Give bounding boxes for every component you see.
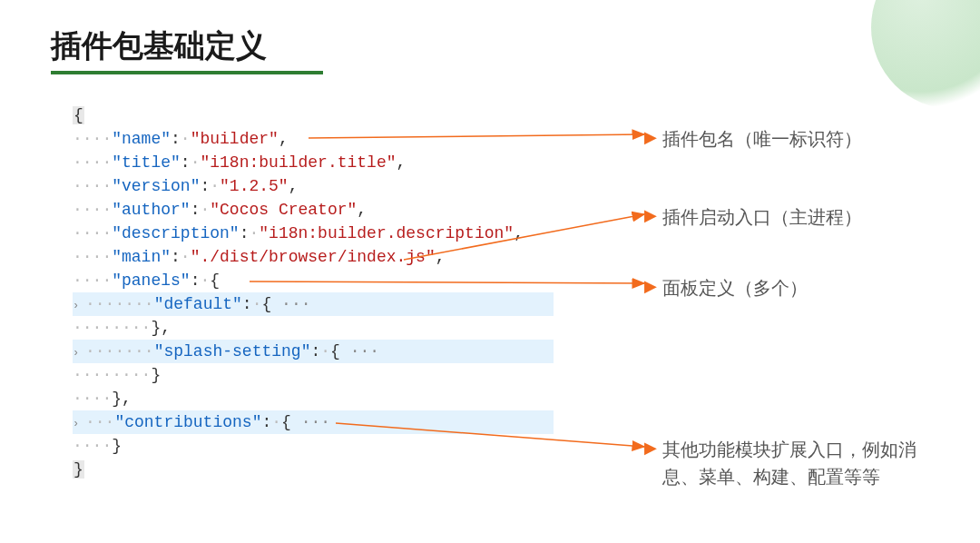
annotation-contributions: ▶其他功能模块扩展入口，例如消息、菜单、构建、配置等等: [644, 436, 926, 490]
title-underline: [51, 71, 323, 74]
chevron-right-icon: ›: [73, 412, 85, 436]
chevron-right-icon: ›: [73, 341, 85, 365]
annotation-name: ▶插件包名（唯一标识符）: [644, 125, 862, 153]
chevron-right-icon: ›: [73, 294, 85, 318]
slide-title: 插件包基础定义: [51, 25, 267, 67]
corner-decoration: [871, 0, 980, 109]
annotation-panels: ▶面板定义（多个）: [644, 274, 808, 301]
annotation-main: ▶插件启动入口（主进程）: [644, 203, 862, 231]
code-block: { ····"name":·"builder", ····"title":·"i…: [73, 104, 554, 481]
